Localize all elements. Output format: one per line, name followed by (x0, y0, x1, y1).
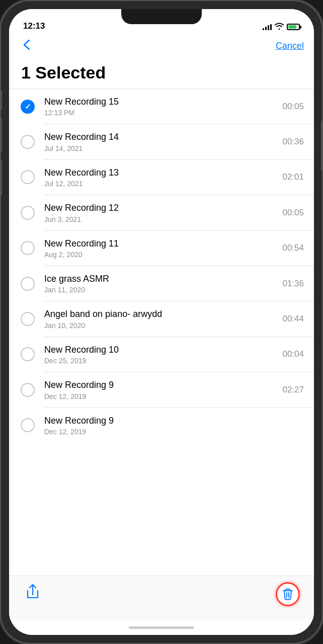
list-item[interactable]: New Recording 13Jul 12, 202102:01 (9, 160, 314, 195)
recording-name: New Recording 14 (44, 131, 282, 143)
list-item[interactable]: New Recording 11Aug 2, 202000:54 (9, 231, 314, 266)
cancel-button[interactable]: Cancel (276, 41, 304, 51)
checkbox-unchecked[interactable] (21, 206, 35, 220)
recording-date: 12:13 PM (44, 109, 282, 117)
phone-frame: 12:13 (0, 0, 323, 644)
checkbox-unchecked[interactable] (21, 347, 35, 361)
checkbox-area[interactable] (17, 135, 38, 149)
recording-duration: 01:36 (282, 279, 304, 289)
checkbox-unchecked[interactable] (21, 241, 35, 255)
recording-info: New Recording 10Dec 25, 2019 (44, 344, 282, 365)
signal-icon (263, 24, 272, 30)
recording-date: Dec 12, 2019 (44, 428, 304, 436)
recording-duration: 00:04 (282, 349, 304, 359)
status-icons (263, 23, 300, 31)
delete-button[interactable] (276, 582, 300, 606)
recording-name: New Recording 15 (44, 96, 282, 108)
checkbox-area[interactable] (17, 277, 38, 291)
recording-info: New Recording 11Aug 2, 2020 (44, 238, 282, 259)
volume-up-button[interactable] (0, 91, 2, 110)
recording-info: New Recording 12Jun 3, 2021 (44, 202, 282, 223)
checkbox-unchecked[interactable] (21, 312, 35, 326)
recording-duration: 00:05 (282, 102, 304, 112)
recording-duration: 02:27 (282, 385, 304, 395)
recording-duration: 00:36 (282, 137, 304, 147)
wifi-icon (275, 23, 284, 31)
recording-name: Angel band on piano- arwydd (44, 308, 282, 320)
notch (121, 9, 202, 24)
recording-duration: 00:05 (282, 208, 304, 218)
list-item[interactable]: ✓New Recording 1512:13 PM00:05 (9, 89, 314, 124)
checkbox-area[interactable] (17, 383, 38, 397)
checkbox-unchecked[interactable] (21, 383, 35, 397)
checkbox-area[interactable] (17, 347, 38, 361)
recording-info: New Recording 14Jul 14, 2021 (44, 131, 282, 152)
list-item[interactable]: New Recording 9Dec 12, 2019 (9, 408, 314, 443)
recording-date: Jan 11, 2020 (44, 286, 282, 294)
bottom-toolbar (9, 576, 314, 620)
status-time: 12:13 (23, 21, 45, 31)
recording-date: Jan 10, 2020 (44, 321, 282, 330)
nav-bar: Cancel (9, 35, 314, 59)
volume-down-button[interactable] (0, 118, 2, 153)
recording-duration: 00:54 (282, 243, 304, 253)
recording-name: Ice grass ASMR (44, 273, 282, 285)
recording-info: Angel band on piano- arwyddJan 10, 2020 (44, 308, 282, 329)
recording-date: Jul 12, 2021 (44, 180, 282, 188)
recording-date: Jul 14, 2021 (44, 144, 282, 152)
delete-button-wrapper (276, 582, 300, 606)
checkbox-area[interactable] (17, 206, 38, 220)
checkbox-area[interactable] (17, 418, 38, 432)
list-item[interactable]: New Recording 14Jul 14, 202100:36 (9, 124, 314, 159)
battery-icon (287, 24, 300, 30)
share-button[interactable] (23, 582, 42, 601)
recording-info: New Recording 9Dec 12, 2019 (44, 379, 282, 400)
recording-name: New Recording 9 (44, 379, 282, 391)
recording-name: New Recording 9 (44, 415, 304, 427)
recording-date: Jun 3, 2021 (44, 215, 282, 223)
recording-date: Aug 2, 2020 (44, 251, 282, 259)
recording-info: New Recording 13Jul 12, 2021 (44, 167, 282, 188)
checkbox-area[interactable] (17, 312, 38, 326)
silent-switch[interactable] (0, 160, 2, 195)
list-item[interactable]: New Recording 10Dec 25, 201900:04 (9, 337, 314, 372)
recording-info: New Recording 9Dec 12, 2019 (44, 415, 304, 436)
page-title-area: 1 Selected (9, 59, 314, 89)
recording-duration: 02:01 (282, 172, 304, 182)
recording-name: New Recording 10 (44, 344, 282, 356)
list-item[interactable]: New Recording 12Jun 3, 202100:05 (9, 195, 314, 230)
recording-duration: 00:44 (282, 314, 304, 324)
selected-count-title: 1 Selected (21, 63, 302, 83)
home-indicator (9, 620, 314, 635)
recording-name: New Recording 11 (44, 238, 282, 250)
recording-name: New Recording 13 (44, 167, 282, 179)
checkbox-unchecked[interactable] (21, 170, 35, 184)
checkbox-unchecked[interactable] (21, 277, 35, 291)
recording-name: New Recording 12 (44, 202, 282, 214)
home-bar (129, 626, 194, 629)
recording-date: Dec 12, 2019 (44, 392, 282, 400)
checkbox-unchecked[interactable] (21, 418, 35, 432)
recording-info: Ice grass ASMRJan 11, 2020 (44, 273, 282, 294)
checkbox-area[interactable] (17, 241, 38, 255)
back-button[interactable] (19, 37, 34, 55)
checkbox-checked[interactable]: ✓ (21, 100, 35, 114)
phone-screen: 12:13 (9, 9, 314, 635)
checkmark-icon: ✓ (25, 103, 31, 110)
checkbox-unchecked[interactable] (21, 135, 35, 149)
recording-date: Dec 25, 2019 (44, 357, 282, 365)
recording-info: New Recording 1512:13 PM (44, 96, 282, 117)
checkbox-area[interactable] (17, 170, 38, 184)
power-button[interactable] (321, 121, 323, 171)
list-item[interactable]: New Recording 9Dec 12, 201902:27 (9, 372, 314, 407)
checkbox-area[interactable]: ✓ (17, 100, 38, 114)
list-item[interactable]: Angel band on piano- arwyddJan 10, 20200… (9, 301, 314, 336)
list-item[interactable]: Ice grass ASMRJan 11, 202001:36 (9, 266, 314, 301)
recording-list[interactable]: ✓New Recording 1512:13 PM00:05New Record… (9, 89, 314, 576)
